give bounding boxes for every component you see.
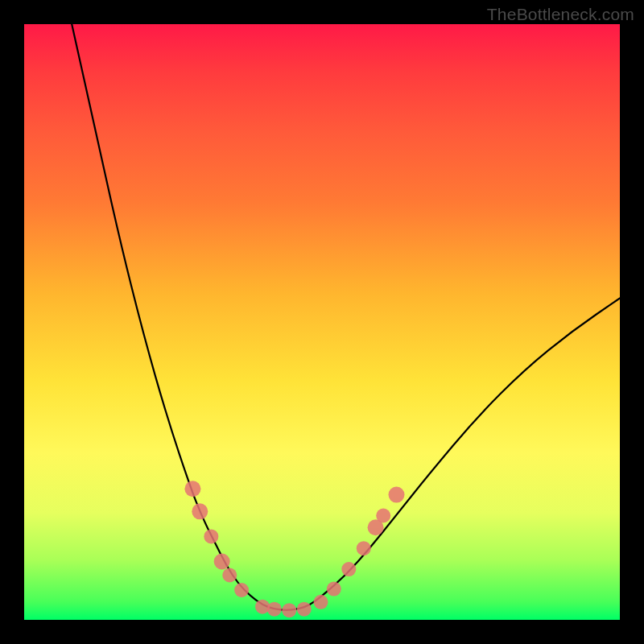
curve-marker (327, 582, 341, 597)
curve-marker (192, 503, 208, 519)
curve-marker (282, 603, 296, 617)
curve-marker (255, 600, 270, 614)
curve-marker (297, 602, 312, 617)
curve-marker (267, 602, 282, 617)
curve-svg (24, 24, 620, 620)
plot-area (24, 24, 620, 620)
curve-marker (204, 529, 218, 543)
curve-marker (314, 595, 328, 609)
curve-marker (184, 481, 200, 497)
bottleneck-curve (72, 24, 620, 610)
curve-marker (357, 541, 371, 555)
curve-marker (389, 487, 405, 503)
curve-marker (234, 583, 249, 597)
curve-marker (376, 509, 390, 523)
curve-marker (222, 568, 237, 583)
curve-marker (341, 562, 356, 576)
chart-container: TheBottleneck.com (0, 0, 644, 644)
watermark-text: TheBottleneck.com (487, 5, 634, 24)
curve-marker (214, 553, 230, 569)
